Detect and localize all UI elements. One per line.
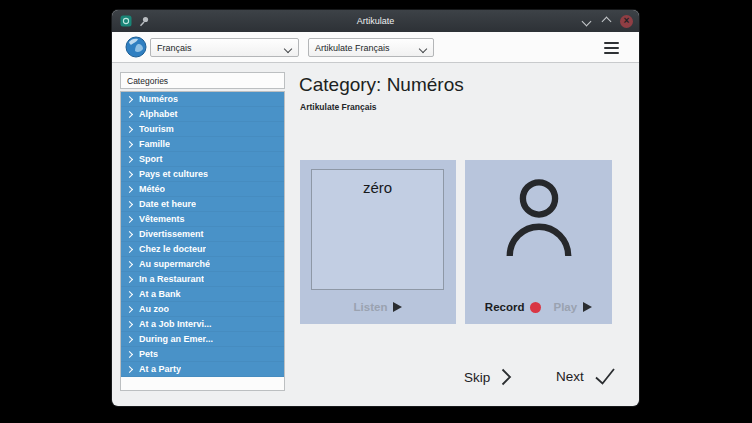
next-label: Next	[556, 369, 584, 384]
sidebar-item[interactable]: Sport	[121, 152, 284, 167]
chevron-right-icon	[126, 260, 133, 267]
sidebar-item[interactable]: Alphabet	[121, 107, 284, 122]
record-button[interactable]: Record	[485, 301, 542, 313]
sidebar-item-label: Vêtements	[139, 214, 185, 224]
chevron-right-icon	[126, 305, 133, 312]
play-icon	[393, 302, 402, 312]
chevron-right-icon	[126, 245, 133, 252]
checkmark-icon	[594, 367, 616, 385]
chevron-right-icon	[500, 367, 512, 387]
sidebar-item[interactable]: Chez le docteur	[121, 242, 284, 257]
person-icon	[500, 174, 578, 260]
chevron-down-icon	[284, 45, 292, 53]
sidebar-item[interactable]: Numéros	[121, 92, 284, 107]
sidebar-item-label: At a Job Intervi...	[139, 319, 212, 329]
sidebar-item-label: During an Emer...	[139, 334, 213, 344]
sidebar-item-label: Météo	[139, 184, 165, 194]
sidebar-item[interactable]: Pets	[121, 347, 284, 362]
pin-icon[interactable]	[138, 15, 150, 27]
record-label: Record	[485, 301, 525, 313]
record-card: Record Play	[465, 160, 612, 324]
sidebar-item[interactable]: During an Emer...	[121, 332, 284, 347]
language-select[interactable]: Français	[150, 38, 299, 57]
categories-header: Categories	[120, 72, 285, 89]
chevron-up-icon	[601, 16, 611, 26]
sidebar-item[interactable]: Pays et cultures	[121, 167, 284, 182]
listen-button[interactable]: Listen	[354, 301, 403, 313]
chevron-down-icon	[419, 45, 427, 53]
next-button[interactable]: Next	[556, 367, 616, 385]
window-title: Artikulate	[112, 10, 639, 32]
phrase-box: zéro	[311, 169, 444, 290]
chevron-right-icon	[126, 170, 133, 177]
course-select-value: Artikulate Français	[315, 43, 390, 53]
sidebar-item[interactable]: Vêtements	[121, 212, 284, 227]
sidebar-item-label: Pays et cultures	[139, 169, 208, 179]
minimize-button[interactable]	[580, 15, 592, 27]
language-select-value: Français	[157, 43, 192, 53]
sidebar-item[interactable]: Famille	[121, 137, 284, 152]
maximize-button[interactable]	[600, 15, 612, 27]
sidebar-item[interactable]: In a Restaurant	[121, 272, 284, 287]
sidebar-item[interactable]: Au zoo	[121, 302, 284, 317]
record-dot-icon	[530, 302, 541, 313]
sidebar-item-label: Pets	[139, 349, 158, 359]
desktop-background: Artikulate × França	[0, 0, 752, 423]
play-label: Play	[553, 301, 577, 313]
sidebar-item[interactable]: At a Party	[121, 362, 284, 377]
hamburger-icon	[604, 52, 619, 54]
hamburger-icon	[604, 42, 619, 44]
sidebar-item-label: Tourism	[139, 124, 174, 134]
sidebar-item-label: At a Bank	[139, 289, 181, 299]
sidebar-item-label: Au zoo	[139, 304, 169, 314]
category-list: Numéros Alphabet Tourism Famille Sport P…	[120, 91, 285, 391]
sidebar-item-label: Date et heure	[139, 199, 196, 209]
sidebar-item-label: At a Party	[139, 364, 181, 374]
skip-label: Skip	[464, 370, 490, 385]
close-icon: ×	[624, 16, 630, 26]
sidebar-item-label: Sport	[139, 154, 163, 164]
sidebar-item[interactable]: At a Job Intervi...	[121, 317, 284, 332]
chevron-right-icon	[126, 290, 133, 297]
chevron-right-icon	[126, 275, 133, 282]
course-select[interactable]: Artikulate Français	[308, 38, 434, 57]
chevron-right-icon	[126, 215, 133, 222]
categories-header-label: Categories	[127, 76, 168, 86]
sidebar-item[interactable]: Date et heure	[121, 197, 284, 212]
chevron-right-icon	[126, 140, 133, 147]
titlebar[interactable]: Artikulate ×	[112, 10, 639, 32]
page-subtitle: Artikulate Français	[300, 102, 377, 112]
phrase-card: zéro Listen	[300, 160, 456, 324]
globe-icon	[125, 36, 147, 58]
skip-button[interactable]: Skip	[464, 367, 512, 387]
chevron-right-icon	[126, 185, 133, 192]
sidebar-item-label: Alphabet	[139, 109, 178, 119]
app-icon[interactable]	[120, 15, 132, 27]
sidebar-item[interactable]: Au supermarché	[121, 257, 284, 272]
close-button[interactable]: ×	[620, 15, 633, 28]
chevron-right-icon	[126, 200, 133, 207]
chevron-right-icon	[126, 320, 133, 327]
toolbar: Français Artikulate Français	[112, 32, 639, 63]
sidebar-item[interactable]: Tourism	[121, 122, 284, 137]
play-button[interactable]: Play	[553, 301, 592, 313]
hamburger-icon	[604, 47, 619, 49]
menu-button[interactable]	[604, 42, 619, 54]
chevron-right-icon	[126, 230, 133, 237]
chevron-right-icon	[126, 335, 133, 342]
listen-label: Listen	[354, 301, 388, 313]
sidebar-item-label: Numéros	[139, 94, 178, 104]
sidebar-item-label: Divertissement	[139, 229, 204, 239]
chevron-right-icon	[126, 110, 133, 117]
sidebar-item[interactable]: Divertissement	[121, 227, 284, 242]
chevron-down-icon	[581, 16, 591, 26]
page-title: Category: Numéros	[299, 74, 464, 96]
chevron-right-icon	[126, 155, 133, 162]
sidebar-item-label: Chez le docteur	[139, 244, 206, 254]
chevron-right-icon	[126, 365, 133, 372]
app-window: Artikulate × França	[112, 10, 639, 406]
sidebar-item[interactable]: At a Bank	[121, 287, 284, 302]
chevron-right-icon	[126, 95, 133, 102]
sidebar-item-label: Au supermarché	[139, 259, 210, 269]
sidebar-item[interactable]: Météo	[121, 182, 284, 197]
